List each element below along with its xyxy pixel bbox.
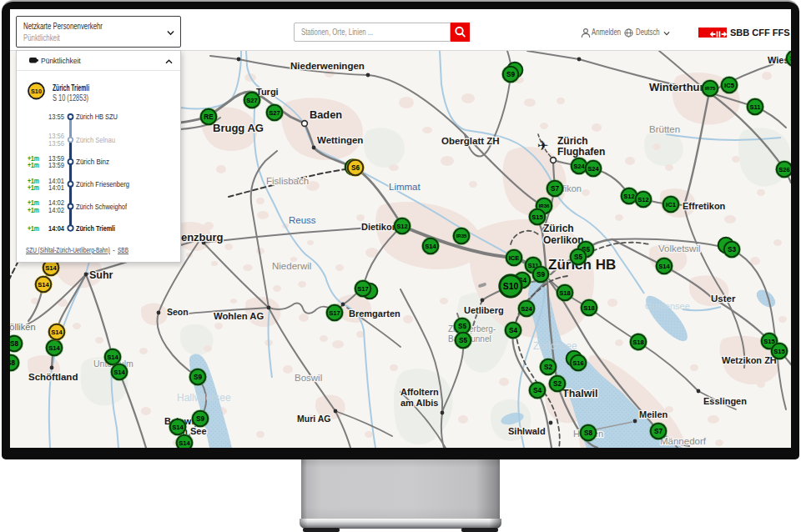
svg-text:S14: S14 [38,281,49,289]
svg-text:Hallwilersee: Hallwilersee [177,392,231,404]
svg-text:IR35: IR35 [456,233,467,238]
svg-text:Zürich: Zürich [557,135,588,147]
svg-text:S9: S9 [194,374,202,381]
svg-text:S 10 (12853): S 10 (12853) [53,93,88,103]
svg-text:IR75: IR75 [705,86,716,91]
svg-text:S11: S11 [749,103,761,111]
svg-text:+1m: +1m [28,206,39,214]
svg-text:Affoltern: Affoltern [400,387,439,397]
svg-text:Zürich Friesenberg: Zürich Friesenberg [76,180,129,188]
svg-text:Thalwil: Thalwil [562,388,597,399]
svg-text:S15: S15 [773,348,785,355]
svg-text:Baden: Baden [310,108,342,121]
svg-text:Oerlikon: Oerlikon [543,234,584,246]
svg-text:Seon: Seon [167,307,189,317]
svg-text:S8: S8 [584,429,592,437]
svg-text:-: - [113,246,115,254]
svg-text:Wohlen AG: Wohlen AG [214,311,264,321]
svg-text:Esslingen: Esslingen [703,396,747,406]
svg-text:Suhr: Suhr [89,269,113,281]
svg-text:S14: S14 [172,424,184,431]
svg-text:S14: S14 [425,243,436,250]
svg-text:14:02: 14:02 [48,206,64,214]
svg-text:S12: S12 [396,223,408,230]
svg-text:Wetzikon ZH: Wetzikon ZH [722,355,777,365]
svg-text:S8: S8 [10,359,15,367]
svg-text:S27: S27 [269,109,280,117]
svg-text:S27: S27 [246,97,258,104]
svg-text:S18: S18 [632,339,644,346]
svg-text:Boswil: Boswil [295,373,322,383]
svg-text:S12: S12 [637,196,649,203]
svg-text:S26: S26 [778,166,790,173]
svg-text:ICE: ICE [509,254,520,262]
svg-text:Wettingen: Wettingen [317,135,363,145]
svg-text:13:56: 13:56 [48,139,64,148]
svg-text:Volketswil: Volketswil [658,243,701,253]
svg-text:S24: S24 [521,305,532,313]
svg-text:S7: S7 [654,428,662,435]
svg-text:S15: S15 [531,213,543,221]
svg-text:S17: S17 [357,285,369,293]
svg-text:✈: ✈ [537,138,548,153]
svg-text:Reuss: Reuss [289,215,316,225]
svg-text:Sihlwald: Sihlwald [508,426,546,436]
svg-text:S14: S14 [45,264,57,272]
svg-text:Limmat: Limmat [389,182,421,192]
svg-text:S9: S9 [790,55,791,63]
svg-text:SZU (Sihltal-Zürich-Uetliberg-: SZU (Sihltal-Zürich-Uetliberg-Bahn) [26,246,110,254]
svg-text:Zürich Binz: Zürich Binz [76,158,109,166]
svg-text:S4: S4 [533,387,542,394]
svg-text:S5: S5 [459,337,467,344]
svg-text:+1m: +1m [28,183,39,192]
svg-text:Effretikon: Effretikon [683,201,726,211]
svg-text:S16: S16 [572,359,584,367]
svg-text:Uster: Uster [711,294,736,304]
svg-text:14:01: 14:01 [48,183,64,192]
svg-text:S14: S14 [179,439,190,447]
svg-text:Dietikon: Dietikon [361,222,398,232]
svg-text:Zürichsee: Zürichsee [533,340,577,352]
svg-text:14:04: 14:04 [48,224,64,233]
svg-text:S14: S14 [113,369,125,376]
svg-text:Brütten: Brütten [649,124,680,134]
svg-text:Oberglatt ZH: Oberglatt ZH [441,136,500,146]
svg-text:Niederweningen: Niederweningen [290,61,365,71]
svg-text:Meilen: Meilen [639,409,668,419]
svg-text:IC5: IC5 [724,82,735,89]
svg-text:S9: S9 [537,271,545,279]
svg-text:S2: S2 [553,380,562,388]
svg-text:Zürich Selnau: Zürich Selnau [76,136,115,144]
svg-text:S6: S6 [351,164,360,172]
svg-text:+1m: +1m [28,161,39,169]
svg-text:S18: S18 [583,304,595,312]
svg-text:S14: S14 [51,329,63,336]
svg-text:S14: S14 [107,354,118,361]
svg-text:S9: S9 [196,415,204,423]
svg-text:S24: S24 [587,165,599,173]
svg-text:Greifensee: Greifensee [645,301,690,311]
svg-text:S14: S14 [658,263,670,270]
svg-text:Männedorf: Männedorf [660,436,707,446]
svg-text:Muri AG: Muri AG [297,414,330,424]
svg-text:S10: S10 [31,88,42,95]
svg-text:S14: S14 [48,344,60,352]
svg-text:Bremgarten: Bremgarten [349,309,400,319]
svg-text:S7: S7 [551,185,559,193]
svg-text:IR36: IR36 [539,203,550,208]
svg-text:Zürich Triemli: Zürich Triemli [53,83,89,93]
svg-text:Uetliberg: Uetliberg [464,305,504,315]
svg-text:S9: S9 [506,71,515,78]
svg-text:S4: S4 [509,327,517,334]
svg-text:S10: S10 [503,281,519,291]
svg-text:Zürich Schweighof: Zürich Schweighof [76,203,127,211]
svg-text:Zürich: Zürich [543,223,574,234]
svg-text:S5: S5 [574,253,582,261]
svg-text:Flughafen: Flughafen [557,146,605,158]
svg-text:Kölliken: Kölliken [10,322,36,332]
svg-text:S17: S17 [329,309,340,317]
svg-text:+1m: +1m [28,224,39,233]
svg-text:Zürich HB SZU: Zürich HB SZU [76,113,118,121]
svg-text:Fislisbach: Fislisbach [266,176,309,186]
svg-text:S18: S18 [559,289,571,297]
